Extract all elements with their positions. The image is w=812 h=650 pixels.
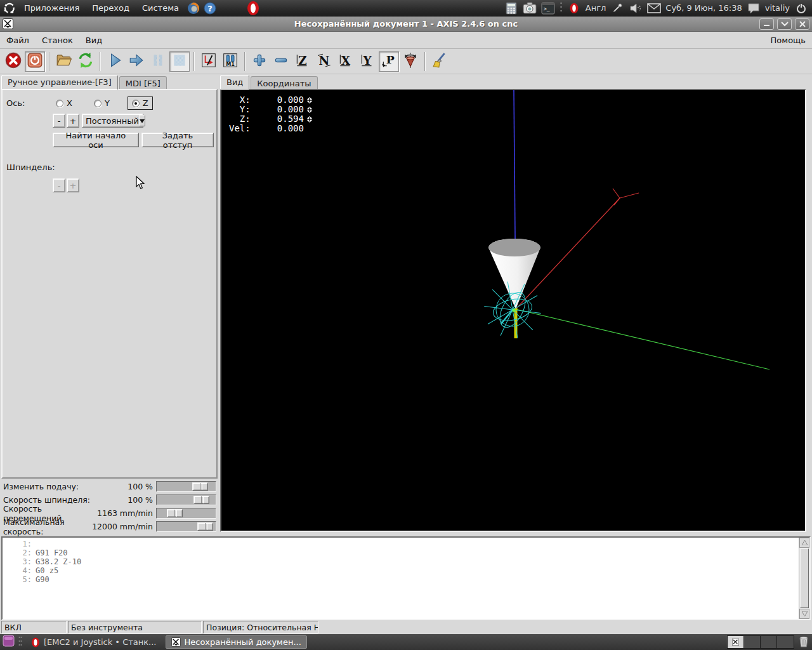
- terminal-icon[interactable]: >_: [541, 1, 555, 15]
- toolbar-separator: [100, 52, 101, 71]
- run-button[interactable]: [105, 51, 125, 72]
- menu-system[interactable]: Система: [137, 1, 184, 15]
- svg-text:P: P: [386, 53, 395, 66]
- menu-help[interactable]: Помощь: [764, 32, 812, 48]
- optional-stop-button[interactable]: M1: [220, 51, 240, 72]
- workspace-4[interactable]: [777, 636, 794, 648]
- opera-tray-icon[interactable]: [567, 1, 581, 15]
- help-icon[interactable]: ?: [203, 1, 217, 15]
- gcode-scrollbar[interactable]: [799, 538, 809, 619]
- machine-power-button[interactable]: [25, 51, 45, 72]
- view-x-button[interactable]: X: [336, 51, 356, 72]
- gcode-listing[interactable]: 1: 2:G91 F20 3:G38.2 Z-10 4:G0 z5 5:G90: [1, 536, 811, 620]
- workspace-3[interactable]: [761, 636, 777, 648]
- workspace-2[interactable]: [744, 636, 761, 648]
- minimize-button[interactable]: [759, 18, 774, 30]
- main-area: Ручное управление-[F3] MDI [F5] Ось: X Y: [0, 75, 812, 533]
- pause-button[interactable]: [148, 51, 168, 72]
- dro-vel-label: Vel:: [229, 124, 251, 133]
- zoom-in-button[interactable]: [249, 51, 270, 72]
- view-z-icon: Z: [294, 52, 311, 71]
- keyboard-layout-indicator[interactable]: Англ: [586, 3, 606, 13]
- maximize-button[interactable]: [777, 18, 792, 30]
- titlebar[interactable]: Несохранённый документ 1 - AXIS 2.4.6 on…: [0, 17, 812, 32]
- touch-off-button[interactable]: Задать отступ: [141, 133, 214, 147]
- mail-icon[interactable]: [647, 1, 661, 15]
- open-file-button[interactable]: [54, 51, 74, 72]
- scroll-up-icon[interactable]: [799, 538, 809, 548]
- axis-radio-x[interactable]: X: [52, 97, 76, 109]
- menu-file[interactable]: Файл: [0, 32, 36, 48]
- menu-machine[interactable]: Станок: [36, 32, 79, 48]
- slider-handle[interactable]: [167, 509, 183, 517]
- chat-status-icon[interactable]: [747, 1, 761, 15]
- scroll-down-icon[interactable]: [799, 609, 809, 619]
- rotate-view-icon: [402, 52, 419, 71]
- pin-icon[interactable]: [610, 1, 624, 15]
- slider-handle[interactable]: [192, 482, 208, 491]
- distributor-logo-icon[interactable]: [3, 1, 16, 15]
- skip-lines-button[interactable]: [199, 51, 219, 72]
- zoom-out-button[interactable]: [271, 51, 291, 72]
- clock[interactable]: Суб, 9 Июн, 16:38: [665, 3, 742, 13]
- view-y-button[interactable]: Y: [357, 51, 377, 72]
- applet-handle[interactable]: [560, 1, 563, 15]
- screenshot-icon[interactable]: [523, 1, 537, 15]
- clear-plot-button[interactable]: [429, 51, 450, 72]
- toolbar-separator: [244, 52, 246, 71]
- feed-override-slider[interactable]: [156, 481, 216, 492]
- jog-speed-slider[interactable]: [156, 508, 216, 519]
- scrollbar-thumb[interactable]: [800, 548, 809, 608]
- view-x-icon: X: [337, 52, 354, 71]
- reload-button[interactable]: [75, 51, 96, 72]
- preview-canvas[interactable]: X: 0.000 Y: 0.000 Z: 0.594: [220, 89, 806, 532]
- homed-icon: [306, 116, 313, 123]
- view-z-button[interactable]: Z: [292, 51, 313, 72]
- opera-icon[interactable]: [246, 1, 260, 15]
- home-axis-button[interactable]: Найти начало оси: [53, 133, 139, 147]
- jog-plus-button[interactable]: +: [67, 114, 79, 128]
- menu-applications[interactable]: Приложения: [19, 1, 84, 15]
- axis-radio-z[interactable]: Z: [128, 96, 153, 110]
- volume-icon[interactable]: [629, 1, 643, 15]
- user-menu[interactable]: vitaliy: [765, 3, 790, 13]
- max-velocity-value: 12000 mm/min: [92, 522, 156, 531]
- max-velocity-slider[interactable]: [156, 521, 216, 532]
- slider-handle[interactable]: [197, 522, 213, 531]
- tab-preview[interactable]: Вид: [220, 75, 249, 90]
- task-label: Несохранённый докумен...: [185, 637, 301, 647]
- feed-override-label: Изменить подачу:: [3, 482, 79, 491]
- trash-icon[interactable]: [798, 635, 809, 650]
- view-z-rotated-button[interactable]: N: [314, 51, 334, 72]
- tab-dro[interactable]: Координаты: [251, 76, 317, 90]
- shutdown-icon[interactable]: [794, 1, 808, 15]
- task-axis-window[interactable]: Несохранённый докумен...: [166, 635, 307, 649]
- jog-mode-select[interactable]: Постоянный: [82, 114, 143, 128]
- spindle-override-slider[interactable]: [156, 494, 216, 505]
- view-perspective-button[interactable]: P: [379, 51, 399, 72]
- pause-icon: [150, 52, 166, 71]
- close-button[interactable]: [795, 18, 809, 30]
- feed-override-row: Изменить подачу: 100 %: [0, 480, 218, 493]
- show-desktop-icon[interactable]: [3, 635, 15, 649]
- menu-places[interactable]: Переход: [87, 1, 134, 15]
- menu-view[interactable]: Вид: [79, 32, 108, 48]
- applet-handle[interactable]: [18, 635, 22, 649]
- estop-button[interactable]: [3, 51, 23, 72]
- chevron-down-icon: [139, 115, 145, 126]
- rotate-view-button[interactable]: [400, 51, 421, 72]
- spindle-plus-button[interactable]: +: [67, 178, 79, 192]
- workspace-1[interactable]: [728, 636, 744, 648]
- tab-manual-control[interactable]: Ручное управление-[F3]: [1, 75, 118, 90]
- tab-mdi[interactable]: MDI [F5]: [119, 76, 167, 90]
- jog-minus-button[interactable]: -: [53, 114, 65, 128]
- firefox-icon[interactable]: [187, 1, 200, 15]
- axis-radio-y[interactable]: Y: [90, 97, 114, 109]
- slider-handle[interactable]: [193, 496, 209, 504]
- step-button[interactable]: [126, 51, 147, 72]
- task-opera-window[interactable]: [EMC2 и Joystick • Станк...: [26, 635, 162, 649]
- calculator-icon[interactable]: [504, 1, 518, 15]
- statusbar: ВКЛ Без инструмента Позиция: Относительн…: [0, 620, 812, 634]
- spindle-minus-button[interactable]: -: [53, 178, 65, 192]
- stop-button[interactable]: [169, 51, 190, 72]
